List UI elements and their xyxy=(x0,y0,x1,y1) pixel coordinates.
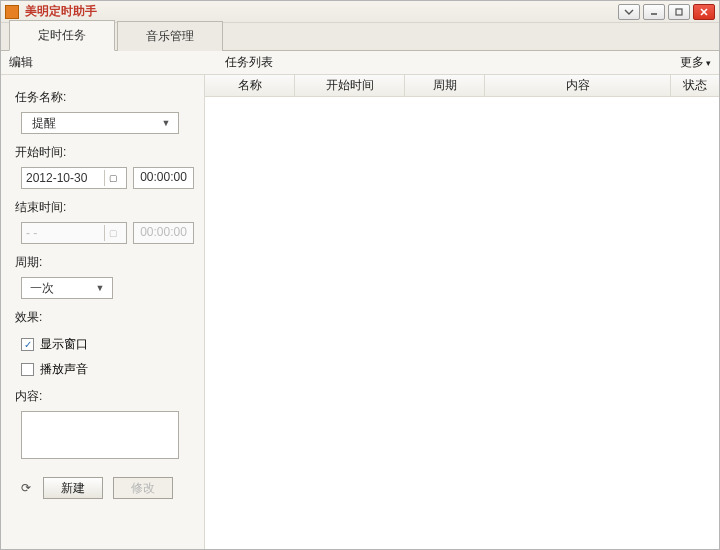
calendar-icon: ▢ xyxy=(104,225,122,241)
more-label: 更多 xyxy=(680,54,704,71)
task-list-label: 任务列表 xyxy=(205,54,680,71)
svg-rect-1 xyxy=(676,9,682,15)
refresh-icon[interactable]: ⟳ xyxy=(19,481,33,495)
period-label: 周期: xyxy=(15,254,194,271)
app-icon xyxy=(5,5,19,19)
close-button[interactable] xyxy=(693,4,715,20)
content-label: 内容: xyxy=(15,388,194,405)
start-time-input[interactable]: 00:00:00 xyxy=(133,167,194,189)
columns: 任务名称: 提醒 ▼ 开始时间: 2012-10-30 ▢ 00:00:00 结… xyxy=(1,75,719,549)
col-name[interactable]: 名称 xyxy=(205,75,295,96)
window-buttons xyxy=(618,4,715,20)
col-content[interactable]: 内容 xyxy=(485,75,671,96)
calendar-icon: ▢ xyxy=(104,170,122,186)
chevron-down-icon: ▼ xyxy=(92,283,108,293)
chevron-down-icon: ▼ xyxy=(158,118,174,128)
new-button[interactable]: 新建 xyxy=(43,477,103,499)
start-date-input[interactable]: 2012-10-30 ▢ xyxy=(21,167,127,189)
chevron-down-icon: ▾ xyxy=(706,58,711,68)
section-header: 编辑 任务列表 更多 ▾ xyxy=(1,51,719,75)
start-date-value: 2012-10-30 xyxy=(26,171,87,185)
modify-button: 修改 xyxy=(113,477,173,499)
task-name-label: 任务名称: xyxy=(15,89,194,106)
maximize-button[interactable] xyxy=(668,4,690,20)
end-time-label: 结束时间: xyxy=(15,199,194,216)
task-name-combo[interactable]: 提醒 ▼ xyxy=(21,112,179,134)
dropdown-button[interactable] xyxy=(618,4,640,20)
tabstrip: 定时任务 音乐管理 xyxy=(1,23,719,51)
edit-label: 编辑 xyxy=(9,54,205,71)
task-list-panel: 名称 开始时间 周期 内容 状态 xyxy=(205,75,719,549)
tab-scheduled-tasks[interactable]: 定时任务 xyxy=(9,20,115,51)
col-start[interactable]: 开始时间 xyxy=(295,75,405,96)
show-window-label: 显示窗口 xyxy=(40,336,88,353)
show-window-checkbox[interactable]: ✓ xyxy=(21,338,34,351)
end-date-value: - - xyxy=(26,226,37,240)
col-status[interactable]: 状态 xyxy=(671,75,719,96)
tab-music-management[interactable]: 音乐管理 xyxy=(117,21,223,51)
app-window: 美明定时助手 定时任务 音乐管理 编辑 任务列表 更多 ▾ 任务名称: xyxy=(0,0,720,550)
start-time-label: 开始时间: xyxy=(15,144,194,161)
period-value: 一次 xyxy=(30,280,54,297)
minimize-button[interactable] xyxy=(643,4,665,20)
col-period[interactable]: 周期 xyxy=(405,75,485,96)
app-title: 美明定时助手 xyxy=(25,3,618,20)
end-time-input[interactable]: 00:00:00 xyxy=(133,222,194,244)
play-sound-label: 播放声音 xyxy=(40,361,88,378)
end-date-input[interactable]: - - ▢ xyxy=(21,222,127,244)
form-panel: 任务名称: 提醒 ▼ 开始时间: 2012-10-30 ▢ 00:00:00 结… xyxy=(1,75,205,549)
content-textarea[interactable] xyxy=(21,411,179,459)
body: 编辑 任务列表 更多 ▾ 任务名称: 提醒 ▼ 开始时间: 2012-10-30 xyxy=(1,51,719,549)
play-sound-checkbox[interactable] xyxy=(21,363,34,376)
more-menu[interactable]: 更多 ▾ xyxy=(680,54,711,71)
task-name-value: 提醒 xyxy=(32,115,56,132)
period-select[interactable]: 一次 ▼ xyxy=(21,277,113,299)
table-body xyxy=(205,97,719,549)
table-header: 名称 开始时间 周期 内容 状态 xyxy=(205,75,719,97)
effect-label: 效果: xyxy=(15,309,194,326)
